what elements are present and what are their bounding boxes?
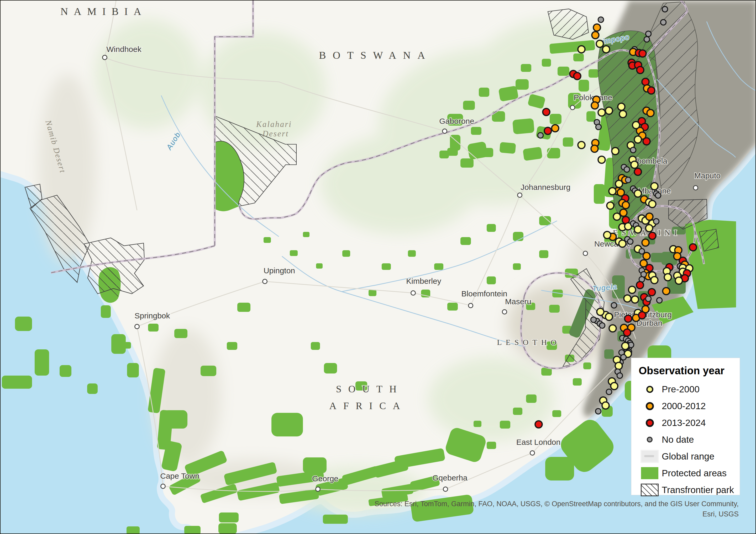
observation-dot[interactable]: [622, 343, 629, 350]
observation-dot[interactable]: [664, 274, 671, 281]
observation-dot[interactable]: [598, 109, 605, 116]
observation-dot[interactable]: [607, 389, 612, 395]
observation-dot[interactable]: [574, 73, 581, 80]
observation-dot[interactable]: [613, 213, 621, 220]
observation-dot[interactable]: [642, 239, 649, 246]
observation-dot[interactable]: [596, 124, 601, 130]
legend-dot-symbol-swatch: [646, 386, 653, 393]
observation-dot[interactable]: [647, 110, 654, 117]
observation-dot[interactable]: [643, 253, 650, 260]
observation-dot[interactable]: [615, 180, 623, 188]
observation-dot[interactable]: [662, 7, 668, 12]
observation-dot[interactable]: [594, 24, 601, 31]
legend-range-symbol: [637, 450, 662, 463]
observation-dot[interactable]: [578, 46, 585, 53]
observation-dot[interactable]: [615, 363, 622, 369]
observation-dot[interactable]: [603, 46, 610, 53]
observation-dot[interactable]: [617, 373, 623, 378]
observation-dot[interactable]: [631, 161, 638, 168]
observation-dot[interactable]: [626, 177, 631, 183]
protected-area: [303, 232, 310, 237]
observation-dot[interactable]: [607, 202, 614, 209]
observation-dot[interactable]: [624, 167, 630, 172]
observation-dot[interactable]: [651, 183, 658, 190]
sources-attribution: Sources: Esri, TomTom, Garmin, FAO, NOAA…: [292, 499, 739, 519]
observation-dot[interactable]: [611, 383, 618, 390]
observation-dot[interactable]: [619, 111, 627, 118]
protected-area: [219, 513, 239, 522]
observation-dot[interactable]: [646, 296, 651, 302]
protected-area: [227, 342, 237, 350]
observation-dot[interactable]: [611, 303, 617, 308]
observation-dot[interactable]: [597, 308, 604, 316]
observation-dot[interactable]: [657, 298, 662, 303]
observation-dot[interactable]: [622, 202, 630, 209]
observation-dot[interactable]: [651, 277, 658, 284]
observation-dot[interactable]: [639, 50, 646, 57]
protected-area: [499, 142, 516, 154]
observation-dot[interactable]: [648, 87, 655, 94]
protected-area: [303, 457, 327, 473]
observation-dot[interactable]: [644, 37, 650, 42]
observation-dot[interactable]: [598, 156, 605, 164]
observation-dot[interactable]: [656, 193, 661, 198]
observation-dot[interactable]: [538, 133, 543, 138]
observation-dot[interactable]: [642, 78, 649, 86]
observation-dot[interactable]: [663, 288, 670, 295]
observation-dot[interactable]: [600, 323, 605, 328]
observation-dot[interactable]: [628, 239, 633, 244]
protected-area: [550, 114, 561, 124]
observation-dot[interactable]: [535, 421, 542, 428]
observation-dot[interactable]: [591, 102, 599, 109]
observation-dot[interactable]: [596, 409, 601, 414]
observation-dot[interactable]: [612, 148, 619, 155]
observation-dot[interactable]: [634, 168, 641, 175]
observation-dot[interactable]: [592, 32, 599, 39]
observation-dot[interactable]: [609, 188, 616, 195]
observation-dot[interactable]: [629, 286, 636, 293]
observation-dot[interactable]: [654, 219, 659, 224]
protected-area: [586, 111, 596, 122]
observation-dot[interactable]: [646, 225, 653, 232]
observation-dot[interactable]: [646, 31, 651, 37]
observation-dot[interactable]: [604, 232, 611, 239]
observation-dot[interactable]: [602, 402, 609, 409]
observation-dot[interactable]: [591, 317, 596, 322]
city-label-upington: Upington: [263, 266, 295, 275]
observation-dot[interactable]: [675, 277, 683, 284]
observation-dot[interactable]: [649, 232, 656, 240]
observation-dot[interactable]: [591, 145, 598, 152]
observation-dot[interactable]: [543, 109, 550, 116]
observation-dot[interactable]: [648, 289, 656, 296]
observation-dot[interactable]: [631, 147, 636, 153]
observation-dot[interactable]: [598, 17, 604, 23]
observation-dot[interactable]: [636, 282, 644, 289]
observation-dot[interactable]: [633, 122, 640, 129]
observation-dot[interactable]: [624, 295, 631, 302]
observation-dot[interactable]: [544, 127, 552, 135]
observation-dot[interactable]: [552, 125, 559, 132]
observation-dot[interactable]: [637, 66, 644, 74]
observation-dot[interactable]: [643, 138, 650, 145]
observation-dot[interactable]: [634, 136, 641, 143]
observation-dot[interactable]: [624, 329, 631, 336]
observation-dot[interactable]: [639, 312, 646, 319]
observation-dot[interactable]: [634, 226, 641, 233]
observation-dot[interactable]: [661, 20, 666, 25]
observation-dot[interactable]: [625, 315, 632, 322]
observation-dot[interactable]: [634, 190, 641, 197]
observation-dot[interactable]: [578, 141, 585, 149]
observation-dot[interactable]: [620, 209, 627, 216]
protected-area: [545, 457, 574, 480]
observation-dot[interactable]: [689, 244, 697, 251]
observation-dot[interactable]: [596, 40, 604, 47]
observation-dot[interactable]: [606, 107, 613, 114]
observation-dot[interactable]: [609, 325, 616, 332]
observation-dot[interactable]: [646, 213, 653, 220]
observation-dot[interactable]: [632, 296, 639, 303]
observation-dot[interactable]: [606, 314, 613, 320]
city-marker-kimberley: [411, 291, 416, 295]
legend-item-label: Global range: [662, 451, 714, 462]
observation-dot[interactable]: [649, 201, 656, 208]
observation-dot[interactable]: [618, 103, 625, 111]
